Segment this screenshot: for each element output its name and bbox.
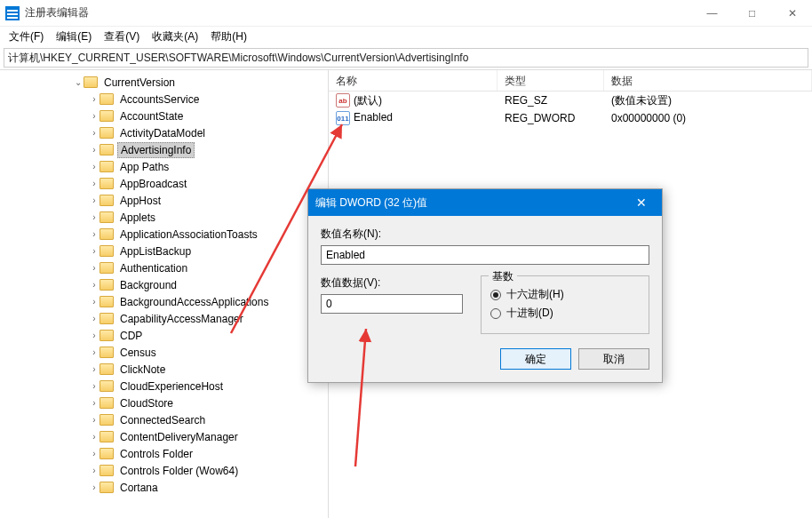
expander-icon[interactable]: › bbox=[89, 381, 100, 391]
dialog-body: 数值名称(N): 数值数据(V): 基数 十六进制(H) 十进制(D) 确定 bbox=[308, 216, 662, 382]
tree-item-apphost[interactable]: ›AppHost bbox=[0, 192, 328, 209]
base-fieldset: 基数 十六进制(H) 十进制(D) bbox=[481, 275, 649, 334]
expander-icon[interactable]: › bbox=[89, 314, 100, 323]
tree-item-advertisinginfo[interactable]: ›AdvertisingInfo bbox=[0, 141, 328, 158]
value-data-input[interactable] bbox=[321, 294, 463, 314]
list-body: ab(默认)REG_SZ(数值未设置)011EnabledREG_DWORD0x… bbox=[329, 92, 812, 127]
tree-item-label: Cortana bbox=[117, 481, 161, 495]
radio-dec-button[interactable] bbox=[490, 308, 501, 319]
minimize-button[interactable]: — bbox=[692, 0, 732, 27]
tree-item-label: ContentDeliveryManager bbox=[117, 430, 241, 444]
expander-icon[interactable]: › bbox=[89, 246, 100, 256]
tree-pane[interactable]: ⌄CurrentVersion›AccountsService›AccountS… bbox=[0, 70, 329, 518]
radio-hex-label: 十六进制(H) bbox=[506, 287, 564, 302]
menu-help[interactable]: 帮助(H) bbox=[205, 28, 252, 46]
expander-icon[interactable]: › bbox=[89, 94, 100, 104]
col-header-data[interactable]: 数据 bbox=[604, 70, 812, 91]
tree-item-cloudstore[interactable]: ›CloudStore bbox=[0, 394, 328, 411]
value-name: Enabled bbox=[354, 111, 393, 124]
maximize-button[interactable]: □ bbox=[732, 0, 772, 27]
expander-icon[interactable]: › bbox=[89, 145, 100, 155]
expander-icon[interactable]: › bbox=[89, 364, 100, 374]
titlebar: 注册表编辑器 — □ ✕ bbox=[0, 0, 812, 27]
value-data-label: 数值数据(V): bbox=[321, 275, 463, 291]
list-row[interactable]: ab(默认)REG_SZ(数值未设置) bbox=[329, 92, 812, 109]
folder-icon bbox=[100, 262, 114, 274]
expander-icon[interactable]: › bbox=[89, 162, 100, 171]
expander-icon[interactable]: › bbox=[89, 331, 100, 340]
menu-view[interactable]: 查看(V) bbox=[99, 28, 145, 46]
tree-item-appbroadcast[interactable]: ›AppBroadcast bbox=[0, 175, 328, 192]
expander-icon[interactable]: › bbox=[89, 297, 100, 307]
tree-item-cloudexperiencehost[interactable]: ›CloudExperienceHost bbox=[0, 378, 328, 394]
tree-item-app-paths[interactable]: ›App Paths bbox=[0, 158, 328, 175]
tree-item-backgroundaccessapplications[interactable]: ›BackgroundAccessApplications bbox=[0, 293, 328, 310]
tree-item-background[interactable]: ›Background bbox=[0, 276, 328, 293]
col-header-name[interactable]: 名称 bbox=[329, 70, 498, 91]
list-row[interactable]: 011EnabledREG_DWORD0x00000000 (0) bbox=[329, 109, 812, 127]
expander-icon[interactable]: › bbox=[89, 449, 100, 458]
expander-icon[interactable]: › bbox=[89, 398, 100, 408]
tree-item-currentversion[interactable]: ⌄CurrentVersion bbox=[0, 74, 328, 91]
dialog-close-button[interactable]: ✕ bbox=[628, 189, 655, 216]
expander-icon[interactable]: › bbox=[89, 432, 100, 442]
expander-icon[interactable]: › bbox=[89, 229, 100, 239]
tree-item-cortana[interactable]: ›Cortana bbox=[0, 479, 328, 496]
tree-item-label: Controls Folder (Wow64) bbox=[117, 464, 241, 478]
dialog-title: 编辑 DWORD (32 位)值 bbox=[315, 195, 427, 211]
expander-icon[interactable]: › bbox=[89, 466, 100, 475]
tree-item-controls-folder[interactable]: ›Controls Folder bbox=[0, 445, 328, 462]
value-data: (数值未设置) bbox=[604, 93, 812, 108]
tree-item-capabilityaccessmanager[interactable]: ›CapabilityAccessManager bbox=[0, 310, 328, 327]
expander-icon[interactable]: ⌄ bbox=[73, 77, 84, 87]
tree-item-applicationassociationtoasts[interactable]: ›ApplicationAssociationToasts bbox=[0, 226, 328, 243]
folder-icon bbox=[100, 330, 114, 341]
tree-item-label: ConnectedSearch bbox=[117, 413, 208, 427]
tree-item-label: Authentication bbox=[117, 261, 190, 275]
tree-item-census[interactable]: ›Census bbox=[0, 344, 328, 361]
menu-favorites[interactable]: 收藏夹(A) bbox=[147, 28, 203, 46]
expander-icon[interactable]: › bbox=[89, 111, 100, 121]
expander-icon[interactable]: › bbox=[89, 179, 100, 188]
cancel-button[interactable]: 取消 bbox=[578, 348, 649, 370]
tree-item-label: Background bbox=[117, 278, 179, 292]
reg-dword-icon: 011 bbox=[336, 111, 350, 125]
expander-icon[interactable]: › bbox=[89, 212, 100, 222]
tree-item-controls-folder-(wow64)[interactable]: ›Controls Folder (Wow64) bbox=[0, 462, 328, 479]
radio-hex-button[interactable] bbox=[490, 290, 501, 300]
tree-item-applets[interactable]: ›Applets bbox=[0, 209, 328, 226]
tree-item-applistbackup[interactable]: ›AppListBackup bbox=[0, 243, 328, 259]
window-title: 注册表编辑器 bbox=[25, 5, 692, 20]
tree-item-contentdeliverymanager[interactable]: ›ContentDeliveryManager bbox=[0, 428, 328, 445]
expander-icon[interactable]: › bbox=[89, 280, 100, 290]
close-button[interactable]: ✕ bbox=[772, 0, 812, 27]
tree-item-connectedsearch[interactable]: ›ConnectedSearch bbox=[0, 411, 328, 428]
expander-icon[interactable]: › bbox=[89, 195, 100, 205]
expander-icon[interactable]: › bbox=[89, 128, 100, 138]
window-controls: — □ ✕ bbox=[692, 0, 812, 27]
dialog-buttons: 确定 取消 bbox=[321, 348, 649, 370]
folder-icon bbox=[100, 127, 114, 139]
tree-item-accountstate[interactable]: ›AccountState bbox=[0, 108, 328, 124]
tree-item-label: Applets bbox=[117, 211, 158, 225]
tree-item-label: CloudExperienceHost bbox=[117, 379, 226, 394]
radio-dec[interactable]: 十进制(D) bbox=[490, 306, 640, 321]
expander-icon[interactable]: › bbox=[89, 263, 100, 273]
value-name-input[interactable] bbox=[321, 245, 649, 265]
ok-button[interactable]: 确定 bbox=[500, 348, 571, 370]
tree-item-accountsservice[interactable]: ›AccountsService bbox=[0, 91, 328, 108]
tree-item-activitydatamodel[interactable]: ›ActivityDataModel bbox=[0, 124, 328, 141]
folder-icon bbox=[100, 195, 114, 206]
tree-item-authentication[interactable]: ›Authentication bbox=[0, 259, 328, 276]
address-bar[interactable]: 计算机\HKEY_CURRENT_USER\SOFTWARE\Microsoft… bbox=[4, 48, 808, 68]
radio-hex[interactable]: 十六进制(H) bbox=[490, 287, 640, 302]
col-header-type[interactable]: 类型 bbox=[498, 70, 604, 91]
tree-item-clicknote[interactable]: ›ClickNote bbox=[0, 361, 328, 378]
menu-file[interactable]: 文件(F) bbox=[4, 28, 49, 46]
expander-icon[interactable]: › bbox=[89, 347, 100, 357]
tree-item-cdp[interactable]: ›CDP bbox=[0, 327, 328, 344]
expander-icon[interactable]: › bbox=[89, 415, 100, 425]
menu-edit[interactable]: 编辑(E) bbox=[51, 28, 97, 46]
expander-icon[interactable]: › bbox=[89, 482, 100, 492]
folder-icon bbox=[100, 431, 114, 442]
